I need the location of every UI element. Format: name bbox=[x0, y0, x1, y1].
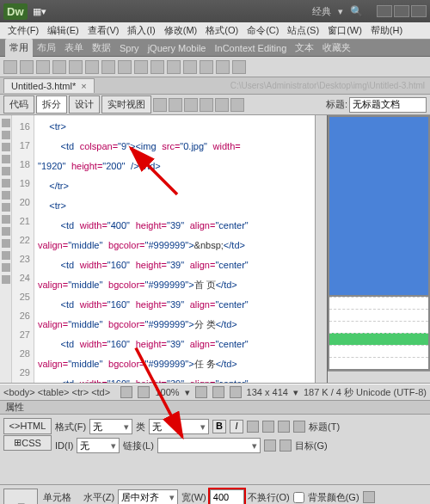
gutter-icon[interactable] bbox=[2, 263, 10, 272]
search-icon[interactable]: 🔍 bbox=[350, 5, 363, 17]
tool-icon[interactable] bbox=[216, 60, 230, 74]
gutter-icon[interactable] bbox=[2, 191, 10, 200]
table-preview[interactable] bbox=[329, 297, 428, 369]
menu-help[interactable]: 帮助(H) bbox=[366, 24, 407, 37]
list-icon[interactable] bbox=[262, 421, 274, 433]
indent-icon[interactable] bbox=[293, 421, 305, 433]
gutter-icon[interactable] bbox=[2, 143, 10, 151]
view-design-button[interactable]: 设计 bbox=[69, 95, 100, 114]
status-icon[interactable] bbox=[212, 386, 224, 398]
props-css-tab[interactable]: ⊞ CSS bbox=[3, 435, 52, 452]
tool-icon[interactable] bbox=[153, 98, 167, 112]
cell-icon[interactable]: ▦ bbox=[3, 489, 38, 504]
tab-forms[interactable]: 表单 bbox=[60, 41, 88, 54]
gutter-icon[interactable] bbox=[2, 239, 10, 248]
page-title-input[interactable] bbox=[349, 97, 427, 113]
gutter-icon[interactable] bbox=[2, 155, 10, 163]
tool-icon[interactable] bbox=[230, 98, 244, 112]
tool-icon[interactable] bbox=[184, 98, 198, 112]
view-split-button[interactable]: 拆分 bbox=[36, 95, 67, 114]
menu-edit[interactable]: 编辑(E) bbox=[43, 24, 83, 37]
gutter-icon[interactable] bbox=[2, 167, 10, 175]
tool-icon[interactable] bbox=[215, 98, 229, 112]
skin-dropdown[interactable]: 经典 bbox=[312, 5, 331, 18]
code-scrollbar-v[interactable] bbox=[315, 115, 327, 383]
color-swatch[interactable] bbox=[363, 491, 375, 503]
tool-icon[interactable] bbox=[200, 60, 213, 74]
id-select[interactable]: 无 bbox=[77, 438, 120, 453]
tool-icon[interactable] bbox=[85, 60, 99, 74]
menu-insert[interactable]: 插入(I) bbox=[123, 24, 159, 37]
menu-window[interactable]: 窗口(W) bbox=[323, 24, 366, 37]
tool-icon[interactable] bbox=[232, 60, 246, 74]
tool-icon[interactable] bbox=[36, 60, 50, 74]
menu-commands[interactable]: 命令(C) bbox=[243, 24, 283, 37]
tool-icon[interactable] bbox=[20, 60, 34, 74]
code-editor[interactable]: 1617181920212223242526272829 <tr> <td co… bbox=[12, 115, 315, 383]
gutter-icon[interactable] bbox=[2, 251, 10, 260]
gutter-icon[interactable] bbox=[2, 275, 10, 284]
hand-tool-icon[interactable] bbox=[120, 386, 132, 398]
tool-icon[interactable] bbox=[118, 60, 132, 74]
gutter-icon[interactable] bbox=[2, 203, 10, 212]
close-tab-icon[interactable]: × bbox=[81, 81, 86, 91]
tool-icon[interactable] bbox=[150, 60, 164, 74]
menu-file[interactable]: 文件(F) bbox=[3, 24, 43, 37]
tab-common[interactable]: 常用 bbox=[5, 39, 33, 57]
status-icon[interactable] bbox=[195, 386, 207, 398]
halign-select[interactable]: 居中对齐 bbox=[118, 489, 178, 504]
menu-site[interactable]: 站点(S) bbox=[283, 24, 323, 37]
minimize-button[interactable] bbox=[377, 5, 392, 17]
tool-icon[interactable] bbox=[69, 60, 83, 74]
design-scrollbar-h[interactable] bbox=[328, 371, 430, 383]
browse-icon[interactable] bbox=[280, 439, 292, 452]
design-preview[interactable] bbox=[329, 117, 428, 295]
tab-spry[interactable]: Spry bbox=[115, 43, 144, 53]
menu-format[interactable]: 格式(O) bbox=[201, 24, 243, 37]
document-tab[interactable]: Untitled-3.html* × bbox=[3, 78, 95, 93]
close-button[interactable] bbox=[411, 5, 427, 17]
window-size[interactable]: 134 x 414 bbox=[247, 387, 288, 397]
view-live-button[interactable]: 实时视图 bbox=[101, 95, 151, 114]
tag-selector[interactable]: <body> <table> <tr> <td> bbox=[3, 387, 110, 397]
indent-icon[interactable] bbox=[278, 421, 290, 433]
point-to-file-icon[interactable] bbox=[264, 439, 276, 452]
zoom-tool-icon[interactable] bbox=[138, 386, 150, 398]
menu-modify[interactable]: 修改(M) bbox=[160, 24, 202, 37]
tool-icon[interactable] bbox=[200, 98, 213, 112]
gutter-icon[interactable] bbox=[2, 215, 10, 224]
nowrap-checkbox[interactable] bbox=[293, 492, 304, 503]
status-icon[interactable] bbox=[230, 386, 242, 398]
tab-text[interactable]: 文本 bbox=[291, 41, 318, 54]
list-icon[interactable] bbox=[247, 421, 259, 433]
gutter-icon[interactable] bbox=[2, 227, 10, 236]
menu-view[interactable]: 查看(V) bbox=[83, 24, 124, 37]
tool-icon[interactable] bbox=[3, 60, 17, 74]
zoom-level[interactable]: 100% bbox=[155, 387, 179, 397]
tab-layout[interactable]: 布局 bbox=[33, 41, 60, 54]
tab-fav[interactable]: 收藏夹 bbox=[318, 41, 355, 54]
tool-icon[interactable] bbox=[101, 60, 115, 74]
maximize-button[interactable] bbox=[394, 5, 409, 17]
layout-icon[interactable]: ▦▾ bbox=[33, 6, 46, 17]
tool-icon[interactable] bbox=[183, 60, 197, 74]
gutter-icon[interactable] bbox=[2, 119, 10, 127]
tool-icon[interactable] bbox=[169, 98, 182, 112]
width-input[interactable] bbox=[210, 489, 244, 504]
bold-button[interactable]: B bbox=[212, 420, 226, 433]
tool-icon[interactable] bbox=[52, 60, 66, 74]
tool-icon[interactable] bbox=[134, 60, 148, 74]
gutter-icon[interactable] bbox=[2, 179, 10, 187]
view-code-button[interactable]: 代码 bbox=[3, 95, 34, 114]
tab-incontext[interactable]: InContext Editing bbox=[210, 43, 291, 53]
props-html-tab[interactable]: <> HTML bbox=[3, 418, 52, 434]
gutter-icon[interactable] bbox=[2, 131, 10, 139]
format-select[interactable]: 无 bbox=[89, 419, 132, 434]
tab-data[interactable]: 数据 bbox=[88, 41, 115, 54]
link-select[interactable] bbox=[157, 438, 261, 453]
code-content[interactable]: <tr> <td colspan="9"><img src="0.jpg" wi… bbox=[34, 115, 315, 383]
tool-icon[interactable] bbox=[167, 60, 181, 74]
tab-jquery[interactable]: jQuery Mobile bbox=[144, 43, 211, 53]
properties-panel-header[interactable]: 属性 bbox=[0, 401, 430, 415]
class-select[interactable]: 无 bbox=[149, 419, 209, 434]
